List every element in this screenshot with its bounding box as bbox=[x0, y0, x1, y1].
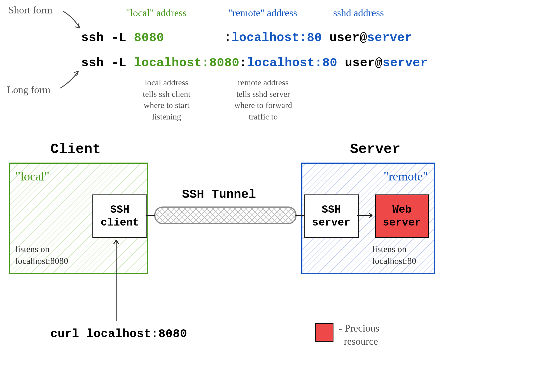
arrow-to-web-icon bbox=[357, 211, 377, 220]
cmd-short: ssh -L 8080 bbox=[81, 31, 164, 45]
legend-text: - Precious resource bbox=[339, 322, 379, 348]
legend-swatch bbox=[315, 323, 333, 342]
svg-rect-6 bbox=[155, 207, 296, 224]
server-listens: listens on localhost:80 bbox=[372, 243, 416, 267]
ssh-tunnel bbox=[154, 206, 297, 224]
cmd-userat2: user@ bbox=[337, 56, 382, 70]
local-addr-explanation: local address tells ssh client where to … bbox=[126, 77, 207, 122]
cmd-remote1: localhost:80 bbox=[232, 31, 322, 45]
cmd-colon2: : bbox=[239, 56, 247, 70]
ssh-server-node: SSH server bbox=[304, 194, 359, 238]
client-title: Client bbox=[50, 141, 101, 157]
cmd-userat1: user@ bbox=[322, 31, 367, 45]
short-form-label: Short form bbox=[8, 4, 52, 16]
curl-command: curl localhost:8080 bbox=[50, 327, 187, 341]
remote-addr-explanation: remote address tells sshd server where t… bbox=[221, 77, 305, 122]
cmd-remote2: localhost:80 bbox=[247, 56, 337, 70]
local-address-header: "local" address bbox=[126, 7, 186, 19]
cmd-colon1: : bbox=[224, 31, 232, 45]
connector-left-icon bbox=[146, 214, 155, 217]
local-label: "local" bbox=[15, 169, 49, 184]
ssh-client-node: SSH client bbox=[92, 194, 147, 238]
long-form-label: Long form bbox=[7, 84, 50, 96]
arrow-short-icon bbox=[62, 8, 85, 32]
tunnel-label: SSH Tunnel bbox=[182, 187, 256, 201]
sshd-address-header: sshd address bbox=[333, 7, 384, 19]
cmd-server1: server bbox=[367, 31, 412, 45]
web-server-node: Web server bbox=[375, 194, 429, 238]
cmd-long-local: localhost:8080 bbox=[134, 56, 239, 70]
cmd-long: ssh -L localhost:8080:localhost:80 user@… bbox=[81, 56, 428, 70]
client-listens: listens on localhost:8080 bbox=[15, 243, 68, 267]
connector-right-icon bbox=[295, 214, 305, 217]
cmd-server2: server bbox=[382, 56, 428, 70]
remote-address-header: "remote" address bbox=[228, 7, 297, 19]
cmd-prefix2: ssh -L bbox=[81, 56, 134, 70]
cmd-short-tail: :localhost:80 user@server bbox=[224, 31, 412, 45]
server-title: Server bbox=[350, 141, 400, 157]
cmd-prefix: ssh -L bbox=[81, 31, 134, 45]
cmd-short-local: 8080 bbox=[134, 31, 164, 45]
remote-label: "remote" bbox=[384, 169, 428, 184]
arrow-curl-icon bbox=[112, 237, 120, 321]
arrow-long-icon bbox=[59, 69, 84, 91]
